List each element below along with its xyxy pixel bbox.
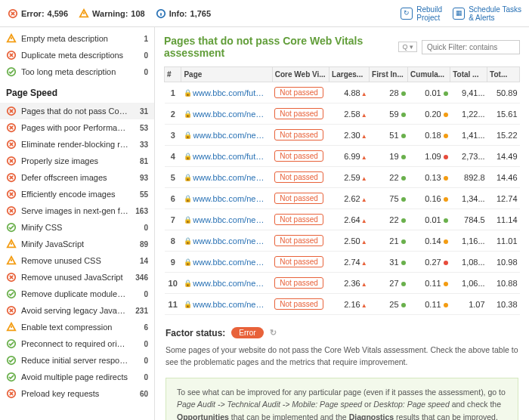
total2-cell: 14.49 (487, 146, 520, 167)
table-row[interactable]: 10 🔒www.bbc.com/news/w... Not passed 2.3… (165, 273, 520, 294)
sidebar-item[interactable]: Reduce initial server response time0 (0, 352, 154, 369)
actions-group: ↻ Rebuild Project ▦ Schedule Tasks & Ale… (401, 5, 521, 22)
col-header[interactable]: Cumula... (408, 67, 450, 82)
lcp-cell: 2.58▲ (329, 103, 370, 125)
sidebar-item-label: Properly size images (21, 156, 128, 165)
url-cell[interactable]: 🔒www.bbc.com/news/a... (181, 209, 272, 230)
url-cell[interactable]: 🔒www.bbc.com/news/w... (181, 103, 272, 125)
fid-cell: 21 (370, 230, 408, 252)
table-row[interactable]: 2 🔒www.bbc.com/news/w... Not passed 2.58… (165, 103, 520, 125)
sidebar-item-count: 6 (133, 323, 148, 332)
sidebar-item[interactable]: Defer offscreen images93 (0, 169, 154, 186)
total2-cell: 15.22 (487, 125, 520, 146)
sidebar-item[interactable]: Avoid multiple page redirects0 (0, 369, 154, 385)
sidebar-item-label: Remove unused CSS (21, 256, 128, 265)
sidebar-item[interactable]: Pages with poor Performance Sc..53 (0, 119, 154, 136)
table-row[interactable]: 8 🔒www.bbc.com/news/u... Not passed 2.50… (165, 230, 520, 252)
factor-text: Some pages of your website do not pass t… (166, 344, 518, 369)
url-cell[interactable]: 🔒www.bbc.com/news/fi... (181, 294, 272, 315)
sidebar-item-count: 55 (133, 190, 148, 199)
status-dot (444, 261, 448, 265)
row-index: 3 (165, 125, 181, 146)
url-cell[interactable]: 🔒www.bbc.com/future/b... (181, 82, 272, 103)
table-row[interactable]: 1 🔒www.bbc.com/future/b... Not passed 4.… (165, 82, 520, 103)
row-index: 6 (165, 188, 181, 209)
col-header[interactable]: Tot... (487, 67, 520, 82)
sidebar-item[interactable]: Remove duplicate modules in Ja..0 (0, 286, 154, 302)
lock-icon: 🔒 (184, 89, 190, 97)
quick-filter-input[interactable] (422, 40, 520, 54)
url-cell[interactable]: 🔒www.bbc.com/news/w... (181, 273, 272, 294)
sidebar-item[interactable]: Avoid serving legacy JavaScript ...231 (0, 302, 154, 319)
url-cell[interactable]: 🔒www.bbc.com/news/b... (181, 167, 272, 188)
cls-cell: 0.27 (408, 252, 450, 273)
url-cell[interactable]: 🔒www.bbc.com/future/b... (181, 146, 272, 167)
sidebar-item[interactable]: Minify CSS0 (0, 219, 154, 236)
status-dot (401, 134, 406, 138)
total2-cell: 11.01 (487, 230, 520, 252)
schedule-tasks-button[interactable]: ▦ Schedule Tasks & Alerts (453, 5, 521, 22)
cwv-cell: Not passed (272, 273, 329, 294)
sidebar-item-count: 163 (133, 207, 148, 215)
table-row[interactable]: 6 🔒www.bbc.com/news/s... Not passed 2.62… (165, 188, 520, 209)
up-arrow-icon: ▲ (361, 260, 367, 267)
cls-cell: 0.01 (408, 82, 450, 103)
table-row[interactable]: 7 🔒www.bbc.com/news/a... Not passed 2.64… (165, 209, 520, 230)
sidebar-item[interactable]: Remove unused JavaScript346 (0, 269, 154, 286)
url-cell[interactable]: 🔒www.bbc.com/news/t... (181, 125, 272, 146)
table-row[interactable]: 3 🔒www.bbc.com/news/t... Not passed 2.30… (165, 125, 520, 146)
col-header[interactable]: Core Web Vi... (272, 67, 329, 82)
dropdown-small[interactable]: Q ▾ (398, 42, 417, 52)
sidebar-item[interactable]: Properly size images81 (0, 153, 154, 169)
table-row[interactable]: 4 🔒www.bbc.com/future/b... Not passed 6.… (165, 146, 520, 167)
status-dot (444, 303, 448, 307)
url-cell[interactable]: 🔒www.bbc.com/news/s... (181, 252, 272, 273)
total1-cell: 892.8 (450, 167, 487, 188)
stat-warning[interactable]: Warning:108 (79, 8, 145, 19)
col-header[interactable]: Larges... (329, 67, 370, 82)
rebuild-icon: ↻ (401, 8, 413, 20)
sidebar-item[interactable]: Minify JavaScript89 (0, 236, 154, 252)
sidebar-item[interactable]: Eliminate render-blocking resour..33 (0, 136, 154, 153)
col-header[interactable]: # (165, 67, 181, 82)
row-index: 7 (165, 209, 181, 230)
stat-info[interactable]: Info:1,765 (156, 8, 211, 19)
sidebar-item[interactable]: Too long meta description0 (0, 63, 154, 80)
sidebar-item[interactable]: Enable text compression6 (0, 319, 154, 335)
table-row[interactable]: 5 🔒www.bbc.com/news/b... Not passed 2.59… (165, 167, 520, 188)
sidebar[interactable]: Empty meta description1Duplicate meta de… (0, 27, 155, 420)
stat-error[interactable]: Error:4,596 (8, 8, 68, 19)
status-dot (401, 176, 406, 181)
lcp-cell: 2.16▲ (329, 294, 370, 315)
sidebar-item[interactable]: Serve images in next-gen forma..163 (0, 202, 154, 219)
lock-icon: 🔒 (184, 153, 190, 160)
lcp-cell: 2.74▲ (329, 252, 370, 273)
total1-cell: 1,06... (450, 273, 487, 294)
not-passed-badge: Not passed (274, 193, 323, 204)
sidebar-item[interactable]: Duplicate meta descriptions0 (0, 47, 154, 63)
status-dot (444, 113, 448, 117)
sidebar-item[interactable]: Preconnect to required origins0 (0, 335, 154, 352)
url-cell[interactable]: 🔒www.bbc.com/news/s... (181, 188, 272, 209)
fid-cell: 59 (370, 103, 408, 125)
url-cell[interactable]: 🔒www.bbc.com/news/u... (181, 230, 272, 252)
col-header[interactable]: Page (181, 67, 272, 82)
sidebar-item-count: 14 (133, 257, 148, 265)
rebuild-project-button[interactable]: ↻ Rebuild Project (401, 5, 442, 22)
sidebar-item[interactable]: Remove unused CSS14 (0, 252, 154, 269)
cwv-cell: Not passed (272, 146, 329, 167)
col-header[interactable]: First In... (370, 67, 408, 82)
sidebar-item[interactable]: Empty meta description1 (0, 30, 154, 47)
refresh-icon[interactable]: ↻ (270, 328, 277, 338)
table-row[interactable]: 9 🔒www.bbc.com/news/s... Not passed 2.74… (165, 252, 520, 273)
col-header[interactable]: Total ... (450, 67, 487, 82)
lcp-cell: 2.50▲ (329, 230, 370, 252)
fid-cell: 51 (370, 125, 408, 146)
total1-cell: 1,08... (450, 252, 487, 273)
sidebar-item[interactable]: Efficiently encode images55 (0, 186, 154, 202)
table-row[interactable]: 11 🔒www.bbc.com/news/fi... Not passed 2.… (165, 294, 520, 315)
sidebar-item[interactable]: Pages that do not pass Core We...31 (0, 103, 154, 119)
fid-cell: 25 (370, 294, 408, 315)
sidebar-item[interactable]: Preload key requests60 (0, 385, 154, 402)
cwv-cell: Not passed (272, 230, 329, 252)
